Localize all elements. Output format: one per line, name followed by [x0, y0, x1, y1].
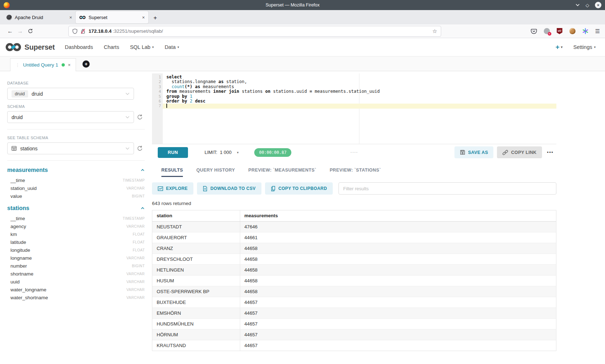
cell-station: OSTE-SPERRWERK BP — [152, 286, 240, 297]
column-header-measurements[interactable]: measurements — [240, 210, 556, 221]
add-query-tab-button[interactable]: + — [82, 60, 90, 68]
lock-slash-icon[interactable] — [81, 28, 85, 34]
tracking-shield-icon[interactable] — [72, 28, 77, 34]
code-token: = — [309, 89, 312, 94]
browser-tab-apache-druid[interactable]: Apache Druid × — [3, 11, 76, 23]
cell-station: NEUSTADT — [152, 221, 240, 232]
cell-station: BUXTEHUDE — [152, 297, 240, 308]
code-token: 1 — [190, 94, 192, 99]
table-row: DREYSCHLOOT44658 — [152, 254, 556, 264]
chevron-down-icon — [125, 92, 130, 95]
database-value: druid — [32, 91, 43, 97]
tab-preview-measurements[interactable]: PREVIEW: `MEASUREMENTS` — [248, 168, 317, 177]
query-tab-untitled-query-1[interactable]: ⋮ Untitled Query 1 × — [10, 58, 76, 71]
code-line[interactable] — [163, 104, 556, 108]
nav-charts[interactable]: Charts — [104, 44, 119, 50]
results-table-container[interactable]: station measurements NEUSTADT47646GRAUER… — [152, 210, 556, 351]
url-bar[interactable]: 172.18.0.4 :32251/superset/sqllab/ ☆ — [68, 26, 441, 37]
table-row: KRAUTSAND44657 — [152, 340, 556, 351]
window-maximize-button[interactable]: ◇ — [586, 3, 589, 8]
nav-settings[interactable]: Settings▾ — [573, 44, 596, 50]
code-line[interactable]: stations.longname as station, — [163, 79, 556, 84]
refresh-tables-icon[interactable] — [137, 145, 143, 151]
back-button[interactable]: ← — [5, 28, 15, 35]
nav-dashboards[interactable]: Dashboards — [65, 44, 93, 50]
code-token: select — [166, 74, 182, 79]
database-select[interactable]: druid druid — [7, 88, 134, 100]
code-token: count — [171, 84, 184, 89]
superset-logo[interactable]: Superset — [5, 42, 55, 52]
browser-tab-label: Superset — [89, 15, 107, 20]
window-titlebar: Superset — Mozilla Firefox ◇ × — [0, 0, 605, 10]
new-tab-button[interactable]: + — [153, 14, 157, 22]
schema-column-row: agencyVARCHAR — [7, 222, 145, 230]
cell-measurements: 44657 — [240, 340, 556, 351]
editor-gutter: 1234567 — [152, 73, 163, 144]
extension-icon[interactable] — [544, 28, 550, 34]
filter-results-input[interactable] — [339, 182, 556, 195]
limit-dropdown[interactable]: LIMIT: 1 000 ▾ — [205, 150, 238, 155]
tab-query-history[interactable]: QUERY HISTORY — [196, 168, 235, 177]
chevron-up-icon[interactable] — [140, 206, 145, 210]
tab-close-icon[interactable]: × — [142, 15, 145, 20]
more-actions-icon[interactable]: ••• — [547, 150, 554, 155]
forward-button[interactable]: → — [15, 28, 25, 35]
code-line[interactable]: group by 1 — [163, 94, 556, 99]
code-line[interactable]: order by 2 desc — [163, 99, 556, 104]
code-token: from — [166, 89, 177, 94]
schema-column-row: station_uuidVARCHAR — [7, 184, 145, 192]
nav-sql-lab[interactable]: SQL Lab▾ — [130, 44, 154, 50]
window-close-button[interactable]: × — [595, 2, 601, 8]
window-minimize-button[interactable] — [575, 4, 580, 6]
drag-handle-icon[interactable]: ⋮ — [15, 63, 20, 68]
code-token — [187, 94, 190, 99]
query-tab-title: Untitled Query 1 — [23, 62, 58, 68]
table-row: NEUSTADT47646 — [152, 221, 556, 232]
cell-measurements: 44658 — [240, 264, 556, 275]
browser-tab-superset[interactable]: Superset × — [76, 11, 148, 23]
bookmark-star-icon[interactable]: ☆ — [433, 28, 437, 35]
column-name: water_longname — [10, 287, 46, 292]
schema-table-heading[interactable]: stations — [7, 205, 145, 211]
schema-column-row: __timeTIMESTAMP — [7, 176, 145, 184]
cell-measurements: 44661 — [240, 232, 556, 243]
refresh-schemas-icon[interactable] — [137, 114, 143, 120]
editor-code[interactable]: select stations.longname as station, cou… — [163, 73, 556, 144]
sparkle-extension-icon[interactable] — [582, 28, 588, 34]
table-schema-select[interactable]: stations — [7, 142, 134, 154]
file-icon — [203, 186, 207, 191]
schema-select[interactable]: druid — [7, 111, 134, 123]
chevron-down-icon: ▾ — [178, 45, 179, 49]
run-button[interactable]: RUN — [158, 147, 188, 158]
copy-link-button[interactable]: COPY LINK — [497, 146, 542, 158]
pane-resize-handle[interactable]: ···· — [350, 149, 358, 154]
tab-preview-stations[interactable]: PREVIEW: `STATIONS` — [330, 168, 381, 177]
line-number: 6 — [152, 99, 161, 104]
save-as-button[interactable]: SAVE AS — [454, 146, 494, 158]
add-new-button[interactable]: +▾ — [555, 43, 563, 51]
copy-clipboard-button[interactable]: COPY TO CLIPBOARD — [265, 182, 333, 195]
superset-navbar: Superset Dashboards Charts SQL Lab▾ Data… — [0, 38, 605, 56]
hamburger-menu-icon[interactable]: ☰ — [595, 28, 600, 35]
column-header-station[interactable]: station — [152, 210, 240, 221]
ublock-origin-icon[interactable]: uO — [557, 28, 563, 34]
schema-table-heading[interactable]: measurements — [7, 167, 145, 173]
sql-editor[interactable]: 1234567 select stations.longname as stat… — [152, 73, 556, 144]
tab-close-icon[interactable]: × — [69, 15, 72, 20]
cell-station: HÖRNUM — [152, 329, 240, 340]
code-token: measurements — [200, 84, 234, 89]
code-line[interactable]: from measurements inner join stations on… — [163, 89, 556, 94]
reload-button[interactable] — [25, 28, 35, 34]
nav-data[interactable]: Data▾ — [165, 44, 179, 50]
code-line[interactable]: count(*) as measurements — [163, 85, 556, 89]
download-csv-button[interactable]: DOWNLOAD TO CSV — [197, 182, 261, 195]
query-tab-close-icon[interactable]: × — [68, 62, 71, 68]
pocket-icon[interactable] — [531, 28, 537, 34]
explore-button[interactable]: EXPLORE — [152, 182, 193, 195]
cell-station: DREYSCHLOOT — [152, 254, 240, 264]
chevron-down-icon — [125, 147, 130, 150]
chevron-up-icon[interactable] — [140, 168, 145, 172]
code-line[interactable]: select — [163, 75, 556, 79]
tab-results[interactable]: RESULTS — [161, 168, 183, 177]
cookie-icon[interactable] — [569, 28, 575, 34]
